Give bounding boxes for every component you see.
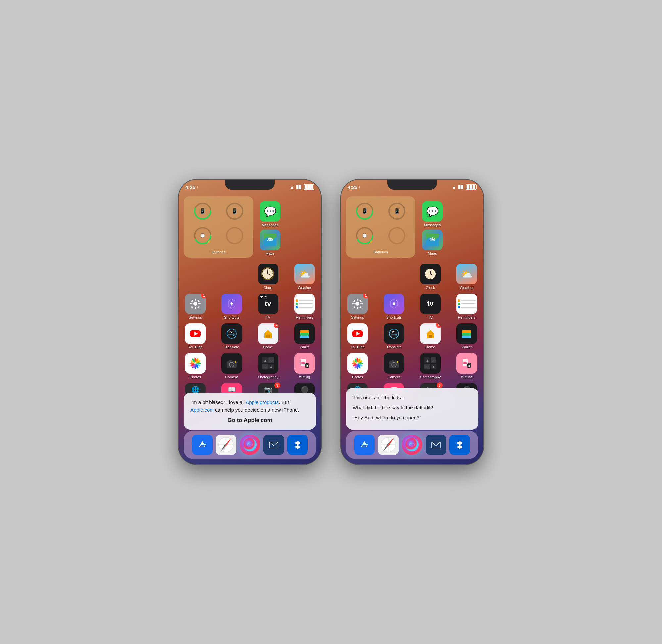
svg-rect-23 (197, 306, 200, 309)
reminders-label-right: Reminders (458, 315, 475, 319)
wallet-label-right: Wallet (462, 345, 472, 349)
app-weather-right[interactable]: ⛅ Weather (455, 264, 478, 290)
app-clock-right[interactable]: 12 3 6 9 Clock (419, 264, 442, 290)
svg-point-56 (231, 364, 233, 366)
dock-safari-right[interactable] (378, 435, 398, 455)
app-reminders-right[interactable]: Reminders (455, 294, 478, 319)
app-translate-left[interactable]: A 文 Translate (220, 323, 243, 349)
row2-left: 1 Settings Shortcuts (184, 294, 316, 319)
app-home-left[interactable]: 2 Home (256, 323, 280, 349)
svg-rect-126 (462, 336, 471, 338)
screen-left: 4:25 ↑ ▲ ▊▊ ▊▊▊ (179, 180, 321, 464)
app-messages-left[interactable]: 💬 Messages (258, 201, 282, 227)
settings-badge-right: 1 (363, 294, 368, 298)
svg-point-5 (227, 228, 243, 244)
app-writing-left[interactable]: B Writing (293, 353, 316, 379)
signal-icon-right: ▊▊ (458, 185, 464, 189)
app-maps-right[interactable]: 280 Maps (421, 230, 444, 255)
svg-point-174 (406, 438, 419, 452)
svg-rect-22 (191, 306, 193, 309)
app-shortcuts-right[interactable]: Shortcuts (382, 294, 406, 319)
svg-text:▲: ▲ (426, 359, 429, 362)
siri-joke-panel-right: This one's for the kids... What did the … (346, 388, 478, 430)
dock-dropbox-left[interactable] (287, 435, 308, 455)
photos-label-left: Photos (190, 375, 201, 379)
svg-rect-72 (301, 363, 305, 364)
svg-point-146 (393, 364, 395, 366)
app-photography-right[interactable]: ▲ △○ ○△ ▲ Photography (419, 353, 442, 379)
dock-siri-left[interactable] (239, 435, 260, 455)
siri-action-left[interactable]: Go to Apple.com (190, 417, 310, 423)
notch-right (387, 180, 437, 190)
svg-rect-113 (353, 306, 356, 309)
svg-rect-17 (195, 307, 196, 309)
settings-label-right: Settings (351, 315, 364, 319)
app-camera-right[interactable]: Camera (382, 353, 406, 379)
app-wallet-left[interactable]: Wallet (293, 323, 316, 349)
svg-text:○△: ○△ (426, 365, 430, 369)
dock-dropbox-right[interactable] (450, 435, 470, 455)
app-photos-right[interactable]: Photos (346, 353, 369, 379)
app-youtube-right[interactable]: YouTube (346, 323, 369, 349)
tv-label-left: TV (266, 315, 270, 319)
app-home-right[interactable]: 2 Home (419, 323, 442, 349)
app-camera-left[interactable]: Camera (220, 353, 243, 379)
app-maps-left[interactable]: 280 Maps (258, 230, 282, 255)
svg-rect-107 (357, 299, 358, 301)
writing-label-right: Writing (461, 375, 472, 379)
app-shortcuts-left[interactable]: Shortcuts (220, 294, 243, 319)
dock-safari-left[interactable] (216, 435, 236, 455)
svg-text:12: 12 (430, 269, 431, 270)
app-youtube-left[interactable]: YouTube (184, 323, 207, 349)
dock-siri-right[interactable] (402, 435, 423, 455)
battery-icon-left: ▊▊▊ (303, 184, 315, 190)
svg-rect-124 (429, 335, 432, 338)
svg-text:▲: ▲ (264, 359, 267, 362)
svg-text:△○: △○ (432, 359, 436, 362)
app-clock-left[interactable]: 12 3 6 9 Clock (256, 264, 280, 290)
app-tv-left[interactable]: tv apple TV (256, 294, 280, 319)
youtube-label-right: YouTube (350, 345, 364, 349)
batteries-widget-right[interactable]: 📱 📱 (346, 196, 415, 258)
battery-watch-right: ⌚ ⚡ (349, 224, 380, 247)
dock-appstore-right[interactable] (354, 435, 375, 455)
app-settings-left[interactable]: 1 Settings (184, 294, 207, 319)
batteries-widget-left[interactable]: 📱 📱 (184, 196, 253, 258)
row4-right: Photos (346, 353, 478, 379)
dock-mail-left[interactable] (264, 435, 284, 455)
app-weather-left[interactable]: ⛅ Weather (293, 264, 316, 290)
dock-mail-right[interactable] (426, 435, 446, 455)
app-messages-right[interactable]: 💬 Messages (421, 201, 444, 227)
signal-icon-left: ▊▊ (296, 185, 301, 189)
siri-joke-answer: "Hey Bud, when do you open?" (352, 414, 472, 422)
svg-rect-86 (268, 439, 279, 451)
app-photography-left[interactable]: ▲ △○ ○△ ▲ Photography (256, 353, 280, 379)
clock-label-right: Clock (426, 285, 435, 290)
app-translate-right[interactable]: A 文 Translate (382, 323, 406, 349)
photos-label-right: Photos (352, 375, 363, 379)
screen-right: 4:25 ↑ ▲ ▊▊ ▊▊▊ (341, 180, 483, 464)
tv-label-right: TV (428, 315, 433, 319)
app-tv-right[interactable]: tv TV (419, 294, 442, 319)
translate-label-left: Translate (224, 345, 239, 349)
app-settings-right[interactable]: 1 Settings (346, 294, 369, 319)
messages-label-left: Messages (262, 223, 278, 227)
svg-rect-34 (267, 335, 269, 338)
battery-empty-right (381, 224, 412, 247)
phone-left: 4:25 ↑ ▲ ▊▊ ▊▊▊ (179, 180, 321, 464)
app-reminders-left[interactable]: Reminders (293, 294, 316, 319)
dock-appstore-left[interactable] (192, 435, 212, 455)
row2-right: 1 Settings Shortcuts (346, 294, 478, 319)
app-writing-right[interactable]: B Writing (455, 353, 478, 379)
svg-text:A: A (230, 330, 232, 333)
dock-left (184, 431, 316, 459)
svg-text:▲: ▲ (432, 365, 435, 369)
app-wallet-right[interactable]: Wallet (455, 323, 478, 349)
app-grid-right: 📱 📱 (346, 196, 478, 399)
weather-label-right: Weather (460, 285, 473, 290)
app-photos-left[interactable]: Photos (184, 353, 207, 379)
writing-label-left: Writing (299, 375, 310, 379)
home-badge-right: 2 (436, 323, 440, 328)
partial-badge-right: 3 (437, 382, 442, 388)
clock-label-left: Clock (264, 285, 273, 290)
